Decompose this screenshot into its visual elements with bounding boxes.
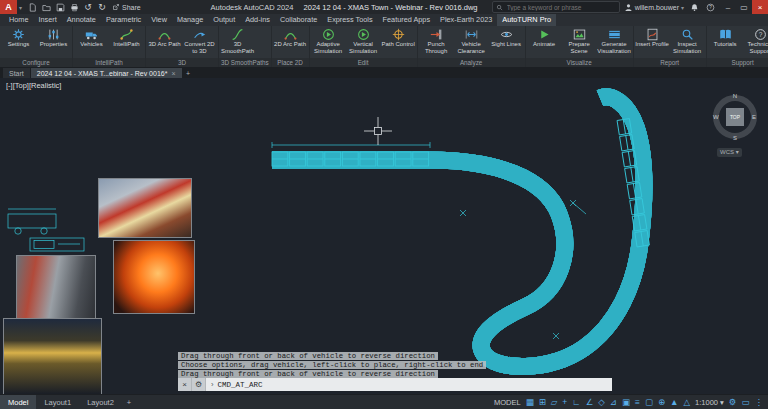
ribbon-button-properties[interactable]: Properties: [36, 27, 71, 56]
open-button[interactable]: [40, 1, 52, 13]
viewcube[interactable]: N S W E TOP: [713, 95, 757, 139]
restore-button[interactable]: ▭: [736, 0, 752, 14]
grid-icon[interactable]: ▦: [526, 395, 534, 409]
clean-screen-icon[interactable]: ▭: [741, 395, 749, 409]
add-layout-button[interactable]: +: [122, 395, 136, 409]
ribbon-button-punch-through[interactable]: Punch Through: [419, 27, 454, 56]
ribbon-tab-home[interactable]: Home: [4, 14, 33, 26]
ribbon-button-prepare-scene[interactable]: Prepare Scene: [562, 27, 597, 56]
lineweight-icon[interactable]: ≡: [635, 395, 640, 409]
minimize-button[interactable]: –: [720, 0, 736, 14]
ribbon-button-animate[interactable]: Animate: [527, 27, 562, 56]
close-button[interactable]: ×: [752, 0, 768, 14]
notifications-button[interactable]: [688, 3, 700, 12]
layout-tab-model[interactable]: Model: [0, 395, 36, 409]
layout-tab-layout2[interactable]: Layout2: [79, 395, 122, 409]
ribbon-tab-manage[interactable]: Manage: [172, 14, 208, 26]
dimension-line: [272, 142, 430, 148]
ribbon-button-tutorials[interactable]: Tutorials: [708, 27, 743, 56]
viewcube-west[interactable]: W: [713, 114, 719, 120]
logo-dropdown-caret[interactable]: ▾: [17, 4, 24, 11]
polar-tracking-icon[interactable]: ∠: [586, 395, 594, 409]
command-input[interactable]: ›CMD_AT_ARC: [206, 381, 612, 389]
autocad-logo-icon[interactable]: A: [0, 0, 17, 14]
ribbon-button-sight-lines[interactable]: Sight Lines: [489, 27, 524, 56]
ribbon-panel-label-3d: 3D: [146, 58, 218, 67]
ribbon-button-path-control[interactable]: Path Control: [381, 27, 416, 56]
undo-button[interactable]: ↺: [82, 1, 94, 13]
route-corridor: [272, 97, 644, 367]
ribbon-tab-insert[interactable]: Insert: [33, 14, 61, 26]
ribbon-button-technical-support[interactable]: Technical Support: [743, 27, 768, 56]
command-line[interactable]: × ⚙ ›CMD_AT_ARC: [178, 378, 612, 391]
ribbon-tab-express-tools[interactable]: Express Tools: [322, 14, 377, 26]
photo-thumbnail-3[interactable]: [16, 255, 96, 319]
wcs-dropdown[interactable]: WCS ▾: [717, 148, 742, 157]
ribbon-button-vehicles[interactable]: Vehicles: [74, 27, 109, 56]
ribbon-button-3d-smoothpath[interactable]: 3D SmoothPath: [220, 27, 255, 56]
photo-thumbnail-2[interactable]: [113, 240, 195, 314]
workspace-switching-icon[interactable]: ⚙: [729, 395, 737, 409]
object-snap-tracking-icon[interactable]: ⊿: [610, 395, 617, 409]
account-button[interactable]: willem.bouwer ▾: [624, 3, 684, 12]
viewcube-south[interactable]: S: [733, 135, 737, 141]
annotation-scale-label[interactable]: 1:1000 ▾: [695, 398, 724, 407]
layout-tab-layout1[interactable]: Layout1: [36, 395, 79, 409]
infer-constraints-icon[interactable]: ▱: [551, 395, 558, 409]
dynamic-ucs-icon[interactable]: ⊕: [658, 395, 665, 409]
viewport-controls[interactable]: [-][Top][Realistic]: [6, 81, 61, 90]
new-file-tab-button[interactable]: +: [183, 68, 194, 78]
share-button[interactable]: Share: [108, 3, 145, 11]
isometric-drafting-icon[interactable]: ◇: [598, 395, 605, 409]
file-tab-close-icon[interactable]: ×: [171, 70, 175, 77]
object-snap-icon[interactable]: ▣: [622, 395, 630, 409]
ribbon-button-settings[interactable]: Settings: [1, 27, 36, 56]
ribbon-button-intellipath[interactable]: IntelliPath: [109, 27, 144, 56]
file-tab-document[interactable]: 2024 12 04 - XMAS T...ebinar - Rev 0016*…: [31, 68, 182, 78]
search-input[interactable]: [505, 3, 616, 12]
ribbon-tab-plex-earth-2023[interactable]: Plex-Earth 2023: [435, 14, 497, 26]
viewcube-east[interactable]: E: [752, 114, 756, 120]
annotation-autoscale-icon[interactable]: △: [684, 395, 691, 409]
selection-cycling-icon[interactable]: ▢: [645, 395, 653, 409]
help-button[interactable]: [704, 3, 716, 12]
photo-thumbnail-4[interactable]: [3, 318, 102, 395]
annotation-visibility-icon[interactable]: ▲: [670, 395, 678, 409]
command-close-icon[interactable]: ×: [178, 378, 192, 391]
ribbon-button-inspect-simulation[interactable]: Inspect Simulation: [670, 27, 705, 56]
ribbon-tab-output[interactable]: Output: [208, 14, 240, 26]
ribbon-tab-view[interactable]: View: [146, 14, 172, 26]
plot-button[interactable]: [68, 1, 80, 13]
model-space-label[interactable]: MODEL: [494, 398, 521, 407]
ribbon-button-vertical-simulation[interactable]: Vertical Simulation: [346, 27, 381, 56]
ribbon-tab-annotate[interactable]: Annotate: [62, 14, 101, 26]
viewcube-top-face[interactable]: TOP: [726, 108, 744, 126]
command-customize-icon[interactable]: ⚙: [192, 378, 206, 391]
ribbon-tab-add-ins[interactable]: Add-ins: [240, 14, 275, 26]
ribbon-button-insert-profile[interactable]: Insert Profile: [635, 27, 670, 56]
ribbon-panel-visualize: AnimatePrepare SceneGenerate Visualizati…: [526, 26, 634, 67]
new-button[interactable]: [26, 1, 38, 13]
photo-thumbnail-1[interactable]: [98, 178, 192, 238]
ribbon-button-2d-arc-path[interactable]: 2D Arc Path: [273, 27, 308, 56]
customization-icon[interactable]: ⋮: [755, 395, 764, 409]
snap-mode-icon[interactable]: ⊞: [539, 395, 546, 409]
save-button[interactable]: [54, 1, 66, 13]
ribbon-panel-analyze: Punch ThroughVehicle ClearanceSight Line…: [418, 26, 526, 67]
drawing-area[interactable]: [-][Top][Realistic] N S W E TOP WCS ▾ Dr…: [0, 78, 768, 395]
vehicle-block-drawings: [8, 209, 84, 251]
file-tab-start[interactable]: Start: [3, 68, 30, 78]
ribbon-tab-parametric[interactable]: Parametric: [101, 14, 146, 26]
ribbon-button-generate-visualization[interactable]: Generate Visualization: [597, 27, 632, 56]
ribbon-button-vehicle-clearance[interactable]: Vehicle Clearance: [454, 27, 489, 56]
dynamic-input-icon[interactable]: +: [562, 395, 567, 409]
ribbon-button-3d-arc-path[interactable]: 3D Arc Path: [147, 27, 182, 56]
ribbon-tab-autoturn-pro[interactable]: AutoTURN Pro: [497, 14, 556, 26]
ribbon-button-adaptive-simulation[interactable]: Adaptive Simulation: [311, 27, 346, 56]
ribbon-tab-collaborate[interactable]: Collaborate: [275, 14, 322, 26]
redo-button[interactable]: ↻: [96, 1, 108, 13]
viewcube-north[interactable]: N: [733, 93, 737, 99]
ribbon-tab-featured-apps[interactable]: Featured Apps: [378, 14, 435, 26]
ribbon-button-convert-2d-to-3d[interactable]: Convert 2D to 3D: [182, 27, 217, 56]
ortho-mode-icon[interactable]: ∟: [572, 395, 580, 409]
